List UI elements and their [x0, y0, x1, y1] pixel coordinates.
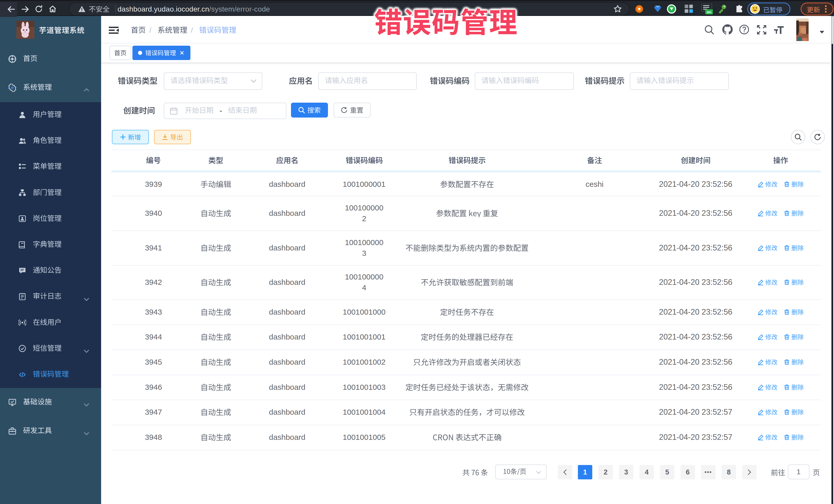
svg-text:on: on	[707, 10, 711, 14]
